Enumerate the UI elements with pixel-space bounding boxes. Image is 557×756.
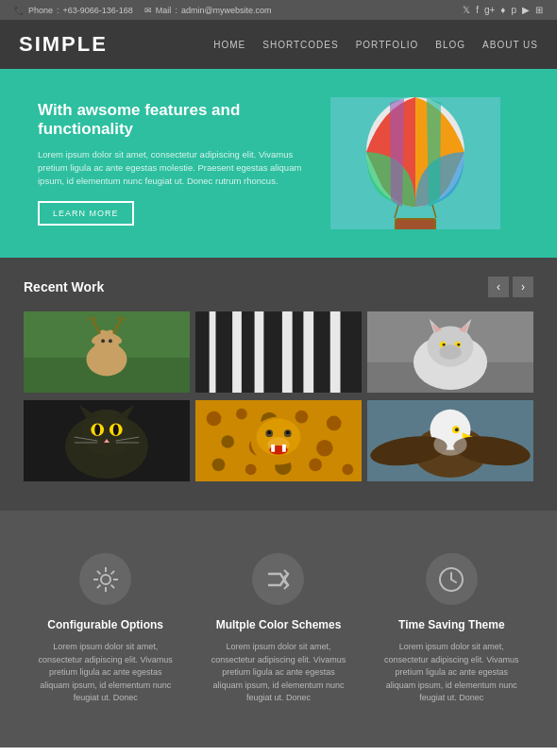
hero-title: With awsome features and functionality: [38, 101, 312, 139]
svg-point-79: [286, 430, 290, 434]
gallery-nav: ‹ ›: [488, 277, 533, 297]
svg-point-53: [113, 424, 119, 435]
phone-label: Phone: [28, 6, 53, 15]
svg-point-63: [295, 411, 309, 424]
feature-icon-gear: [79, 553, 131, 605]
svg-point-65: [221, 435, 234, 448]
gallery-item-eagle[interactable]: [367, 399, 533, 482]
svg-line-100: [110, 584, 114, 588]
gallery-grid: [24, 311, 533, 482]
svg-point-60: [207, 412, 222, 427]
nav-shortcodes[interactable]: SHORTCODES: [262, 40, 338, 50]
nav-portfolio[interactable]: PORTFOLIO: [356, 40, 419, 50]
gear-icon: [93, 566, 119, 593]
site-logo: SIMPLE: [19, 32, 108, 57]
svg-rect-23: [195, 311, 210, 393]
recent-work-section: Recent Work ‹ ›: [0, 258, 557, 511]
svg-rect-25: [242, 311, 255, 393]
feature-title-2: Time Saving Theme: [380, 618, 524, 631]
leopard-image: [195, 399, 362, 482]
svg-point-42: [457, 344, 460, 346]
feature-body-0: Lorem ipsum dolor sit amet, consectetur …: [33, 641, 177, 705]
nav-home[interactable]: HOME: [213, 40, 245, 50]
svg-point-72: [309, 459, 322, 472]
svg-line-99: [97, 570, 101, 574]
mail-icon: ✉: [144, 6, 152, 15]
phone-number: +63-9066-136-168: [63, 6, 133, 15]
social-googleplus[interactable]: g+: [484, 5, 495, 15]
feature-body-2: Lorem ipsum dolor sit amet, consectetur …: [380, 641, 524, 705]
gallery-item-zebra[interactable]: [195, 311, 362, 394]
latest-news-section: Latest News The Yellow Hornet Sep 27, 20…: [0, 748, 557, 757]
social-facebook[interactable]: f: [476, 5, 479, 15]
hero-body: Lorem ipsum dolor sit amet, consectetur …: [38, 148, 312, 189]
gallery-item-deer[interactable]: [24, 311, 190, 394]
svg-line-105: [451, 580, 456, 582]
section-header: Recent Work ‹ ›: [24, 277, 533, 297]
svg-point-14: [101, 339, 105, 343]
mail-label: Mail: [156, 6, 172, 15]
svg-rect-5: [397, 220, 434, 229]
phone-icon: 📞: [14, 6, 25, 15]
wolf-image: [367, 311, 533, 394]
svg-point-41: [443, 344, 446, 346]
svg-point-15: [109, 339, 112, 343]
mail-info: ✉ Mail: admin@mywebsite.com: [144, 6, 272, 15]
cat-image: [24, 399, 190, 482]
gallery-item-leopard[interactable]: [195, 399, 362, 482]
social-twitter[interactable]: 𝕏: [463, 5, 470, 15]
deer-image: [24, 311, 190, 394]
feature-color: Multple Color Schemes Lorem ipsum dolor …: [192, 539, 364, 719]
topbar: 📞 Phone: +63-9066-136-168 ✉ Mail: admin@…: [0, 0, 557, 20]
topbar-social: 𝕏 f g+ ♦ p ▶ ⊞: [463, 5, 543, 15]
mail-address: admin@mywebsite.com: [181, 6, 272, 15]
svg-rect-27: [293, 311, 304, 393]
feature-title-0: Configurable Options: [33, 618, 177, 631]
shuffle-icon: [265, 566, 292, 593]
topbar-contact: 📞 Phone: +63-9066-136-168 ✉ Mail: admin@…: [14, 6, 272, 15]
gallery-prev[interactable]: ‹: [488, 277, 509, 297]
svg-point-68: [316, 440, 333, 457]
gallery-item-wolf[interactable]: [367, 311, 533, 394]
balloon-svg: [330, 97, 500, 229]
svg-point-78: [267, 430, 271, 434]
svg-point-64: [327, 416, 342, 431]
feature-time: Time Saving Theme Lorem ipsum dolor sit …: [365, 539, 538, 719]
svg-point-90: [455, 428, 459, 431]
features-section: Configurable Options Lorem ipsum dolor s…: [0, 511, 557, 748]
nav-about[interactable]: ABOUT US: [482, 40, 538, 50]
clock-icon: [438, 566, 464, 593]
social-instagram[interactable]: ♦: [500, 5, 505, 15]
svg-point-93: [433, 433, 466, 455]
svg-line-101: [110, 570, 114, 574]
svg-point-73: [342, 463, 353, 475]
gallery-next[interactable]: ›: [513, 277, 533, 297]
svg-rect-84: [282, 445, 286, 452]
social-youtube[interactable]: ▶: [522, 5, 530, 15]
hero-text: With awsome features and functionality L…: [38, 101, 312, 227]
svg-point-70: [245, 463, 257, 475]
social-pinterest[interactable]: p: [511, 5, 516, 15]
svg-point-69: [212, 459, 226, 472]
recent-work-title: Recent Work: [24, 279, 104, 294]
feature-body-1: Lorem ipsum dolor sit amet, consectetur …: [206, 641, 350, 705]
main-nav: HOME SHORTCODES PORTFOLIO BLOG ABOUT US: [213, 40, 538, 50]
gallery-item-cat[interactable]: [24, 399, 190, 482]
zebra-image: [195, 311, 362, 394]
svg-rect-24: [216, 311, 233, 393]
svg-point-94: [101, 575, 110, 584]
phone-info: 📞 Phone: +63-9066-136-168: [14, 6, 133, 15]
svg-rect-28: [313, 311, 330, 393]
hero-button[interactable]: Learn More: [38, 201, 134, 226]
header: SIMPLE HOME SHORTCODES PORTFOLIO BLOG AB…: [0, 20, 557, 69]
svg-rect-29: [341, 311, 362, 393]
nav-blog[interactable]: BLOG: [435, 40, 465, 50]
eagle-image: [367, 399, 533, 482]
svg-point-61: [236, 409, 247, 420]
svg-point-44: [439, 344, 461, 360]
svg-rect-83: [271, 445, 275, 452]
feature-icon-shuffle: [252, 553, 304, 605]
hero-image: [330, 97, 500, 229]
social-rss[interactable]: ⊞: [535, 5, 543, 15]
feature-configurable: Configurable Options Lorem ipsum dolor s…: [19, 539, 192, 719]
